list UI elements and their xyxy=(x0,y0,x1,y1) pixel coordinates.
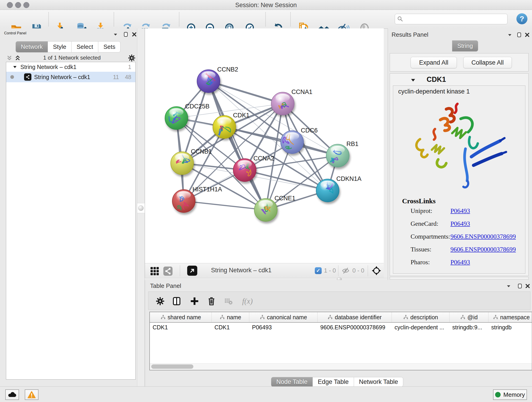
node-section-header[interactable]: CDK1 xyxy=(390,74,528,85)
left-splitter[interactable] xyxy=(137,28,145,386)
left-splitter-handle[interactable] xyxy=(137,203,145,213)
table-panel-float-icon[interactable] xyxy=(517,283,523,289)
delete-table-icon xyxy=(224,297,233,306)
table-row[interactable]: CDK1CDK1P064939606.ENSP00000378699cyclin… xyxy=(150,323,532,332)
results-panel-footer-strip xyxy=(390,277,529,280)
column-header-canonical-name[interactable]: canonical name xyxy=(249,312,317,322)
tab-sets[interactable]: Sets xyxy=(98,41,120,52)
control-panel-menu-chevron-icon[interactable] xyxy=(113,32,118,37)
selection-mode-target-icon[interactable] xyxy=(371,266,381,276)
cloud-icon xyxy=(8,391,17,398)
table-header-row: shared name name canonical name database… xyxy=(150,312,532,323)
control-panel-float-icon[interactable] xyxy=(123,32,129,37)
table-cell[interactable]: CDK1 xyxy=(150,324,212,331)
results-panel-float-icon[interactable] xyxy=(517,32,522,38)
tree-expand-triangle-icon[interactable] xyxy=(13,65,17,69)
column-header-label: name xyxy=(227,314,241,321)
network-share-icon[interactable] xyxy=(163,267,172,276)
crosslink-value-link[interactable]: 9606.ENSP00000378699 xyxy=(450,233,516,240)
table-panel-menu-chevron-icon[interactable] xyxy=(506,283,511,289)
tab-network[interactable]: Network xyxy=(16,41,48,52)
network-options-gear-icon[interactable] xyxy=(128,54,136,62)
network-node-CDKN1A[interactable] xyxy=(316,179,339,202)
results-panel-menu-chevron-icon[interactable] xyxy=(507,32,513,38)
table-cell[interactable]: 9606.ENSP00000378699 xyxy=(317,324,392,331)
selected-nodes-checkbox[interactable]: ✓ xyxy=(315,267,322,274)
tab-select[interactable]: Select xyxy=(71,41,98,52)
create-column-button[interactable] xyxy=(189,296,200,306)
expand-all-button[interactable]: Expand All xyxy=(411,57,457,68)
table-cell[interactable]: cyclin-dependent ... xyxy=(392,324,450,331)
column-tree-icon xyxy=(327,314,333,320)
network-node-CDC25B[interactable] xyxy=(165,107,188,129)
network-node-CDK1[interactable] xyxy=(213,115,236,138)
node-label-CDC6: CDC6 xyxy=(301,127,318,134)
tab-edge-table[interactable]: Edge Table xyxy=(313,377,354,387)
protein-structure-image xyxy=(406,99,513,195)
network-node-CDC6[interactable] xyxy=(281,131,304,153)
node-label-CCNA1: CCNA1 xyxy=(291,89,312,95)
control-panel-close-icon[interactable] xyxy=(132,32,137,37)
trash-icon xyxy=(207,297,216,306)
network-node-CCNE1[interactable] xyxy=(254,198,277,221)
table-cell[interactable]: stringdb:9... xyxy=(450,324,488,331)
table-cell[interactable]: stringdb xyxy=(488,324,532,331)
crosslink-value-link[interactable]: P06493 xyxy=(450,207,470,215)
table-options-button[interactable] xyxy=(155,296,165,306)
show-columns-button[interactable] xyxy=(171,296,182,306)
crosslink-value-link[interactable]: P06493 xyxy=(450,259,470,266)
crosslink-label: Pharos: xyxy=(411,259,430,266)
table-horizontal-scrollbar[interactable] xyxy=(150,363,532,370)
column-header-namespace[interactable]: namespace xyxy=(488,312,532,322)
cloud-status-button[interactable] xyxy=(5,389,19,400)
network-node-CCNA1[interactable] xyxy=(271,92,294,115)
tab-style[interactable]: Style xyxy=(48,41,71,52)
birds-eye-view-button[interactable] xyxy=(187,266,197,276)
network-node-CCNB1[interactable] xyxy=(171,152,194,175)
column-header--id[interactable]: @id xyxy=(450,312,488,322)
network-canvas[interactable]: CCNB2 CCNA1 CDC25B CDK1 CDC6 R xyxy=(145,28,384,263)
hidden-eye-slash-icon[interactable] xyxy=(342,267,350,274)
results-panel-close-icon[interactable] xyxy=(525,32,530,38)
grid-view-icon[interactable] xyxy=(151,267,159,275)
column-header-name[interactable]: name xyxy=(212,312,249,322)
column-header-description[interactable]: description xyxy=(392,312,450,322)
section-collapse-triangle-icon[interactable] xyxy=(410,77,416,83)
network-node-HIST1H1A[interactable] xyxy=(172,190,195,212)
network-list: String Network – cdk1 1 String Network –… xyxy=(6,62,136,380)
collapse-all-button[interactable]: Collapse All xyxy=(463,57,512,68)
crosslink-value-link[interactable]: 9606.ENSP00000378699 xyxy=(450,246,516,253)
current-network-dot-icon xyxy=(10,75,14,79)
tab-string[interactable]: String xyxy=(452,40,478,51)
memory-status-dot xyxy=(495,392,500,397)
results-panel: Results Panel String Expand All Collapse… xyxy=(388,28,532,280)
table-panel-close-icon[interactable] xyxy=(525,283,530,289)
column-header-shared-name[interactable]: shared name xyxy=(150,312,212,322)
table-panel-title: Table Panel xyxy=(150,282,181,289)
network-collection-row[interactable]: String Network – cdk1 1 xyxy=(6,62,135,72)
warnings-button[interactable] xyxy=(25,389,38,400)
node-table[interactable]: shared name name canonical name database… xyxy=(149,312,532,370)
table-cell[interactable]: P06493 xyxy=(249,324,317,331)
string-network-graph[interactable]: CCNB2 CCNA1 CDC25B CDK1 CDC6 R xyxy=(145,28,384,263)
crosslink-value-link[interactable]: P06493 xyxy=(450,220,470,227)
tab-network-table[interactable]: Network Table xyxy=(354,377,404,387)
network-row-selected[interactable]: String Network – cdk1 11 48 xyxy=(6,72,135,82)
node-label-CDC25B: CDC25B xyxy=(185,103,210,110)
column-header-database-identifier[interactable]: database identifier xyxy=(317,312,392,322)
expand-all-chevrons-icon[interactable] xyxy=(14,55,21,61)
tab-node-table[interactable]: Node Table xyxy=(271,377,313,387)
memory-button[interactable]: Memory xyxy=(493,389,527,400)
delete-column-button[interactable] xyxy=(206,296,217,306)
column-tree-icon xyxy=(460,314,466,320)
status-bar: Memory xyxy=(0,386,532,402)
node-label-CCNB2: CCNB2 xyxy=(217,66,238,73)
collapse-all-chevrons-icon[interactable] xyxy=(6,55,13,61)
network-node-CCNB2[interactable] xyxy=(197,70,220,93)
scrollbar-thumb[interactable] xyxy=(151,364,193,369)
table-cell[interactable]: CDK1 xyxy=(212,324,249,331)
help-button[interactable]: ? xyxy=(516,13,527,24)
network-node-RB1[interactable] xyxy=(326,144,349,167)
search-input[interactable] xyxy=(395,14,507,24)
network-node-CCNA2[interactable] xyxy=(233,159,256,182)
